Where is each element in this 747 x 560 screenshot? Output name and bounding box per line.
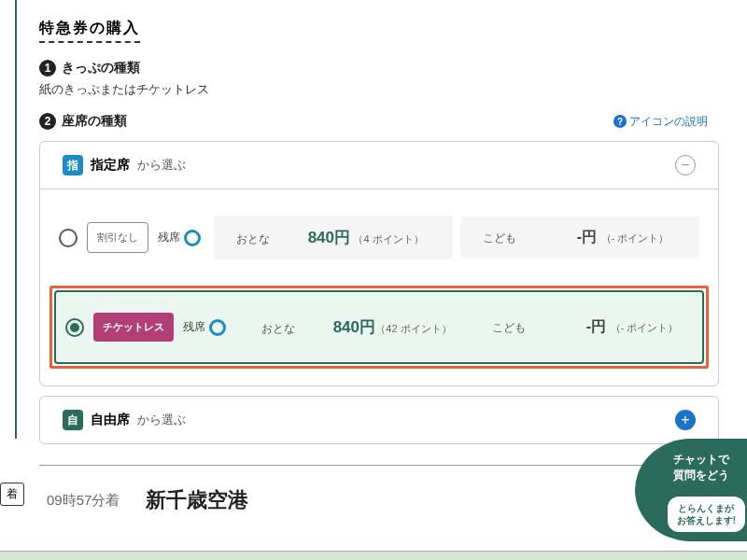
child-points: （- ポイント） [597, 231, 673, 245]
free-seat-sublabel: から選ぶ [137, 412, 186, 428]
adult-price: 840円 [285, 227, 350, 248]
arrival-time: 09時57分着 [47, 492, 120, 510]
child-label: こども [468, 231, 531, 246]
radio-checked[interactable] [65, 318, 84, 337]
fare-option-row[interactable]: 割引なし 残席 おとな 840円 （4 ポイント） こども -円 （- ポイント… [49, 203, 709, 273]
reserved-seat-badge-icon: 指 [63, 155, 83, 175]
arrival-badge: 着 [0, 483, 24, 506]
adult-points: （4 ポイント） [350, 232, 427, 246]
reserved-seat-panel: 指 指定席 から選ぶ − 割引なし 残席 おとな 840円 [39, 141, 719, 386]
step-1-desc: 紙のきっぷまたはチケットレス [39, 81, 719, 98]
child-points: （- ポイント） [606, 321, 683, 335]
chat-speech-bubble: とらんくまが お答えします! [668, 497, 745, 532]
availability-circle-icon [184, 230, 201, 246]
free-seat-label: 自由席 [91, 412, 130, 428]
arrival-row: 着 09時57分着 新千歳空港 [39, 465, 719, 514]
icon-help-label: アイコンの説明 [629, 114, 708, 130]
icon-help-link[interactable]: ? アイコンの説明 [613, 114, 708, 130]
chat-line-2: 質問をどう [652, 468, 747, 483]
reserved-seat-panel-header[interactable]: 指 指定席 から選ぶ − [40, 142, 718, 189]
adult-points: （42 ポイント） [375, 322, 452, 336]
fare-option-row-selected[interactable]: チケットレス 残席 おとな 840円 （42 ポイント） こども [54, 290, 704, 364]
ticketless-tag: チケットレス [93, 313, 174, 342]
radio-unchecked[interactable] [59, 229, 78, 247]
free-seat-panel-header[interactable]: 自 自由席 から選ぶ + [40, 397, 718, 443]
page-title: 特急券の購入 [39, 19, 140, 43]
child-price: -円 [531, 228, 597, 247]
plus-icon: + [681, 412, 689, 428]
arrival-station: 新千歳空港 [146, 486, 248, 514]
adult-label: おとな [247, 321, 310, 337]
minus-icon: − [681, 157, 689, 174]
adult-label: おとな [221, 231, 285, 247]
step-1-number: 1 [39, 60, 56, 77]
remaining-seats: 残席 [183, 319, 226, 336]
step-2: 2 座席の種類 [39, 113, 127, 130]
step-2-number: 2 [39, 113, 56, 130]
no-discount-tag: 割引なし [87, 222, 148, 253]
remaining-seats: 残席 [158, 230, 201, 246]
reserved-seat-sublabel: から選ぶ [137, 157, 186, 174]
timeline-line [15, 0, 17, 439]
bottom-bar [0, 551, 747, 560]
chat-say-1: とらんくまが [677, 502, 736, 514]
free-seat-badge-icon: 自 [63, 410, 83, 430]
step-1-label: きっぷの種類 [62, 60, 140, 77]
chat-say-2: お答えします! [677, 514, 736, 526]
child-price: -円 [541, 317, 606, 337]
chat-line-1: チャットで [652, 452, 747, 468]
step-1: 1 きっぷの種類 紙のきっぷまたはチケットレス [39, 60, 719, 98]
remain-label: 残席 [183, 319, 205, 335]
question-icon: ? [613, 115, 627, 128]
availability-circle-icon [209, 319, 226, 336]
remain-label: 残席 [158, 230, 180, 245]
step-2-label: 座席の種類 [62, 113, 127, 130]
child-label: こども [477, 320, 541, 336]
chat-widget[interactable]: チャットで 質問をどう とらんくまが お答えします! [635, 439, 747, 541]
highlight-border: チケットレス 残席 おとな 840円 （42 ポイント） こども [49, 286, 709, 369]
reserved-seat-label: 指定席 [91, 157, 130, 174]
collapse-button[interactable]: − [675, 155, 696, 175]
free-seat-panel: 自 自由席 から選ぶ + [39, 396, 719, 444]
adult-price: 840円 [310, 316, 375, 338]
expand-button[interactable]: + [675, 410, 696, 430]
